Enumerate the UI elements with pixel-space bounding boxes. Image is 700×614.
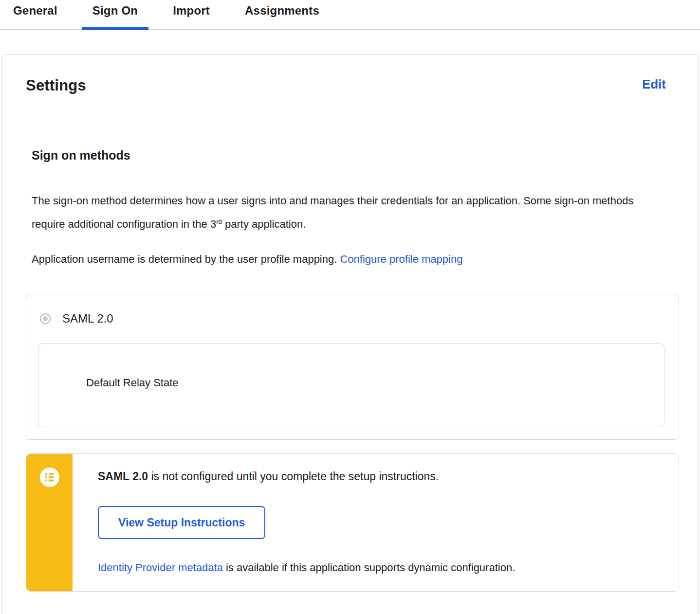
- sign-on-methods-heading: Sign on methods: [32, 147, 679, 163]
- saml-setup-callout: SAML 2.0 is not configured until you com…: [26, 453, 679, 592]
- list-icon: [40, 468, 59, 487]
- callout-stripe: [26, 454, 73, 591]
- default-relay-state-label: Default Relay State: [38, 344, 664, 390]
- sign-on-description-tail: party application.: [222, 218, 306, 230]
- app-tab-bar: General Sign On Import Assignments: [0, 0, 700, 30]
- tab-general[interactable]: General: [2, 0, 68, 29]
- username-note: Application username is determined by th…: [32, 248, 660, 271]
- edit-link[interactable]: Edit: [642, 76, 666, 92]
- identity-provider-metadata-link[interactable]: Identity Provider metadata: [98, 561, 223, 574]
- callout-title-bold: SAML 2.0: [98, 470, 148, 483]
- saml-settings-panel: Default Relay State: [38, 343, 664, 427]
- tab-assignments[interactable]: Assignments: [234, 0, 330, 29]
- ordinal-superscript: rd: [216, 218, 222, 225]
- callout-metadata-rest: is available if this application support…: [223, 561, 515, 574]
- username-note-text: Application username is determined by th…: [32, 253, 340, 265]
- callout-title-rest: is not configured until you complete the…: [148, 470, 439, 483]
- callout-body: SAML 2.0 is not configured until you com…: [73, 454, 679, 591]
- sign-on-description-text: The sign-on method determines how a user…: [32, 195, 633, 230]
- saml-option-box: SAML 2.0 Default Relay State: [26, 294, 679, 440]
- configure-profile-mapping-link[interactable]: Configure profile mapping: [340, 253, 462, 265]
- saml-radio-label: SAML 2.0: [62, 311, 113, 326]
- page-title: Settings: [26, 76, 86, 95]
- saml-radio-row: SAML 2.0: [40, 311, 679, 326]
- view-setup-instructions-button[interactable]: View Setup Instructions: [98, 506, 265, 539]
- callout-metadata-line: Identity Provider metadata is available …: [98, 560, 659, 575]
- settings-card-header: Settings Edit: [26, 76, 679, 95]
- sign-on-description: The sign-on method determines how a user…: [32, 189, 660, 236]
- callout-title: SAML 2.0 is not configured until you com…: [98, 469, 659, 484]
- settings-card: Settings Edit Sign on methods The sign-o…: [1, 54, 699, 614]
- tab-import[interactable]: Import: [162, 0, 221, 29]
- saml-radio[interactable]: [40, 313, 51, 324]
- tab-sign-on[interactable]: Sign On: [82, 0, 148, 29]
